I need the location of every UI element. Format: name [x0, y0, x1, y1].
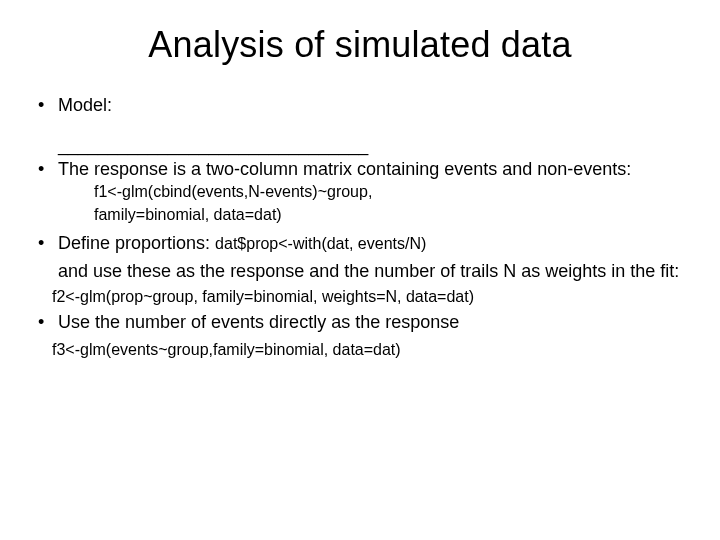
bullet-two-column: The response is a two-column matrix cont…: [30, 158, 690, 226]
bullet-list-3: Use the number of events directly as the…: [30, 311, 690, 334]
code-f3: f3<-glm(events~group,family=binomial, da…: [52, 340, 690, 361]
blank-underscore-line: _______________________________: [58, 135, 690, 156]
bullet-define-tail: and use these as the response and the nu…: [58, 260, 690, 283]
code-f1-line2: family=binomial, data=dat): [94, 205, 690, 226]
code-f2: f2<-glm(prop~group, family=binomial, wei…: [52, 287, 690, 308]
slide: Analysis of simulated data Model: ______…: [0, 0, 720, 540]
bullet-list: Model:: [30, 94, 690, 117]
code-prop-def: dat$prop<-with(dat, events/N): [215, 235, 426, 252]
bullet-define-lead: Define proportions:: [58, 233, 215, 253]
bullet-events-direct: Use the number of events directly as the…: [30, 311, 690, 334]
bullet-two-column-text: The response is a two-column matrix cont…: [58, 159, 631, 179]
bullet-model-label: Model:: [58, 95, 112, 115]
bullet-define-proportions: Define proportions: dat$prop<-with(dat, …: [30, 232, 690, 255]
bullet-list-2: The response is a two-column matrix cont…: [30, 158, 690, 255]
bullet-model: Model:: [30, 94, 690, 117]
slide-title: Analysis of simulated data: [30, 24, 690, 66]
code-f1-line1: f1<-glm(cbind(events,N-events)~group,: [94, 182, 690, 203]
bullet-events-direct-text: Use the number of events directly as the…: [58, 312, 459, 332]
